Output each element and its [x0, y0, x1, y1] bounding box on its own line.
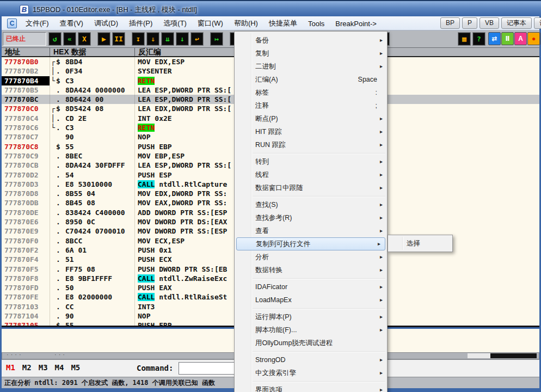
pause-icon[interactable]: II	[112, 32, 125, 46]
disasm-cell: PUSH ESP	[135, 170, 231, 180]
hex-cell: └$C3	[50, 76, 135, 85]
context-menu-item[interactable]: 转到▸	[235, 155, 387, 168]
context-menu-item[interactable]: 查找(S)▸	[235, 198, 387, 211]
submenu-arrow-icon: ▸	[380, 60, 383, 73]
quick-button[interactable]: BP	[440, 17, 460, 29]
hex-cell: └.C3	[50, 123, 135, 132]
context-menu-item[interactable]: 用OllyDump脱壳调试进程	[235, 336, 387, 350]
context-menu-item[interactable]: 查找参考(R)▸	[235, 211, 387, 224]
quick-button[interactable]: VB	[479, 17, 499, 29]
entry-prefix: .	[56, 198, 65, 207]
step-into-icon[interactable]: ↧	[132, 32, 145, 46]
entry-prefix: .	[56, 217, 65, 226]
hex-cell: .50	[50, 283, 135, 292]
menubar-item[interactable]: Tools	[303, 20, 330, 28]
jump-bracket: └	[50, 76, 56, 85]
menubar-item[interactable]: 文件(F)	[20, 19, 54, 28]
record-plugin-icon[interactable]: ●	[527, 32, 540, 45]
memory-tab-m2[interactable]: M2	[22, 363, 32, 372]
context-menu-item[interactable]: 标签:	[235, 86, 387, 99]
step-back-icon[interactable]: «	[63, 32, 76, 46]
jump-bracket	[50, 321, 56, 327]
menubar-item[interactable]: 窗口(W)	[192, 19, 229, 28]
context-menu-item[interactable]: 二进制▸	[235, 60, 387, 73]
entry-prefix: $	[56, 104, 65, 113]
title-bar[interactable]: B 15PBOD - 010Editor.exe - [BH - 主线程 , 模…	[0, 0, 541, 16]
analyze-plugin-icon[interactable]: A	[514, 32, 527, 45]
hex-bytes: 50	[65, 283, 134, 292]
context-menu-item[interactable]: 查看▸	[235, 224, 387, 237]
context-menu-item[interactable]: RUN 跟踪▸	[235, 138, 387, 151]
disasm-cell: INT3	[135, 302, 231, 311]
disasm-text: PUSH 0x1	[138, 246, 172, 254]
context-menu-item[interactable]: 中文搜索引擎▸	[235, 366, 387, 379]
animate-into-icon[interactable]: ⇊	[161, 32, 174, 46]
context-menu-item[interactable]: 备份▸	[235, 34, 387, 47]
context-menu-item[interactable]: 界面选项▸	[235, 383, 387, 392]
hex-cell: .E8 02000000	[50, 292, 135, 302]
quick-button[interactable]: 记事本	[501, 17, 532, 29]
hex-cell: .CC	[50, 302, 135, 311]
restart-icon[interactable]: ↺	[48, 32, 62, 46]
column-header-address[interactable]: 地址	[2, 48, 50, 56]
menubar-item[interactable]: 调试(D)	[89, 19, 124, 28]
context-menu-item[interactable]: 数据转换▸	[235, 264, 387, 277]
context-menu-item[interactable]: StrongOD▸	[235, 353, 387, 366]
debug-status: 已终止	[3, 32, 46, 46]
app-icon: B	[20, 5, 29, 14]
jump-bracket	[50, 95, 56, 104]
address-cell: 777870BC	[2, 95, 50, 104]
menubar-item[interactable]: 快捷菜单	[263, 19, 303, 28]
context-menu-item[interactable]: 运行脚本(P)▸	[235, 310, 387, 323]
run-to-return-icon[interactable]: ↩	[190, 32, 204, 46]
appearance-icon[interactable]: ▦	[458, 32, 471, 46]
menubar-item[interactable]: 查看(V)	[54, 19, 89, 28]
execute-till-user-icon[interactable]: ↦	[210, 32, 223, 46]
context-menu-item[interactable]: LoadMapEx▸	[235, 293, 387, 307]
menu-items: 文件(F)查看(V)调试(D)插件(P)选项(T)窗口(W)帮助(H)快捷菜单T…	[20, 16, 382, 30]
memory-tab-m5[interactable]: M5	[71, 363, 80, 372]
submenu-item[interactable]: 选择	[388, 237, 452, 250]
hex-cell: .E8 9BF1FFFF	[50, 274, 135, 283]
pause-plugin-icon[interactable]: Ⅱ	[501, 32, 514, 45]
close-icon[interactable]: X	[78, 32, 91, 46]
disasm-cell: PUSH EBP	[135, 321, 231, 327]
context-menu-item[interactable]: 注释;	[235, 99, 387, 112]
menubar-item[interactable]: BreakPoint->	[330, 20, 382, 28]
context-menu-item[interactable]: 复制▸	[235, 47, 387, 60]
menubar-item[interactable]: 选项(T)	[158, 19, 192, 28]
step-over-icon[interactable]: ⇓	[146, 32, 159, 46]
quick-button[interactable]: P	[462, 17, 477, 29]
entry-prefix: .	[56, 189, 65, 198]
disasm-text: PUSH EBP	[138, 321, 172, 327]
context-menu-item[interactable]: HIT 跟踪▸	[235, 125, 387, 138]
quick-button[interactable]: 计算器	[534, 17, 541, 29]
menubar-item[interactable]: 帮助(H)	[229, 19, 263, 28]
jump-bracket: ┌	[50, 104, 56, 113]
scrollbar-track-light	[468, 353, 490, 358]
scrollbar-thumb[interactable]	[490, 353, 537, 358]
swap-icon[interactable]: ⇄	[488, 32, 501, 45]
address-cell: 777870C9	[2, 151, 50, 161]
context-menu-item[interactable]: 复制到可执行文件▸	[236, 237, 385, 250]
context-menu-item[interactable]: 线程▸	[235, 168, 387, 181]
entry-prefix: .	[56, 274, 65, 283]
context-menu-item[interactable]: IDAFicator▸	[235, 280, 387, 293]
memory-tab-m4[interactable]: M4	[55, 363, 64, 372]
animate-over-icon[interactable]: ↓	[176, 32, 189, 46]
submenu-arrow-icon: ▸	[378, 238, 380, 250]
memory-tab-m3[interactable]: M3	[39, 363, 48, 372]
context-menu-item[interactable]: 分析▸	[235, 250, 387, 264]
context-menu-item[interactable]: 汇编(A)Space	[235, 73, 387, 86]
entry-prefix: .	[56, 180, 65, 189]
address-cell: 777870F5	[2, 265, 50, 274]
context-menu-item[interactable]: 断点(P)▸	[235, 112, 387, 125]
menubar-item[interactable]: 插件(P)	[124, 19, 158, 28]
context-menu-item[interactable]: 脚本功能(F)...▸	[235, 323, 387, 336]
child-window-icon[interactable]: C	[7, 19, 17, 28]
context-menu-item[interactable]: 数据窗口中跟随▸	[235, 181, 387, 194]
memory-tab-m1[interactable]: M1	[6, 363, 15, 372]
column-header-hex[interactable]: HEX 数据	[50, 48, 135, 56]
run-icon[interactable]: ▶	[97, 32, 110, 46]
help-icon[interactable]: ?	[472, 32, 485, 46]
